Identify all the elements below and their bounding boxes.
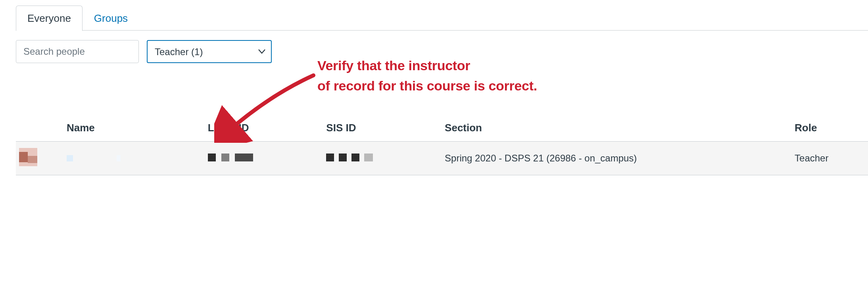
search-input[interactable] bbox=[16, 40, 139, 63]
tabs: Everyone Groups bbox=[16, 6, 852, 31]
cell-avatar bbox=[16, 142, 67, 175]
redacted-name bbox=[67, 155, 121, 161]
cell-login-id bbox=[208, 142, 326, 175]
avatar bbox=[19, 148, 37, 166]
cell-name bbox=[67, 142, 208, 175]
people-table: Name Login ID SIS ID Section Role Spring… bbox=[16, 115, 868, 175]
tab-everyone[interactable]: Everyone bbox=[16, 6, 83, 31]
annotation-line-1: Verify that the instructor bbox=[317, 56, 537, 76]
annotation-line-2: of record for this course is correct. bbox=[317, 76, 537, 96]
cell-sis-id bbox=[326, 142, 445, 175]
col-name-header: Name bbox=[67, 115, 208, 142]
redacted-sis bbox=[326, 154, 373, 161]
tabs-container: Everyone Groups bbox=[16, 6, 852, 31]
col-avatar-header bbox=[16, 115, 67, 142]
table-row[interactable]: Spring 2020 - DSPS 21 (26986 - on_campus… bbox=[16, 142, 868, 175]
tab-groups[interactable]: Groups bbox=[83, 6, 139, 31]
role-filter[interactable]: Teacher (1) bbox=[147, 40, 272, 63]
redacted-login bbox=[208, 154, 253, 161]
col-role-header: Role bbox=[795, 115, 868, 142]
cell-section: Spring 2020 - DSPS 21 (26986 - on_campus… bbox=[445, 142, 795, 175]
col-login-header: Login ID bbox=[208, 115, 326, 142]
role-select[interactable]: Teacher (1) bbox=[147, 40, 272, 63]
cell-role: Teacher bbox=[795, 142, 868, 175]
col-sis-header: SIS ID bbox=[326, 115, 445, 142]
annotation-text: Verify that the instructor of record for… bbox=[317, 56, 537, 96]
table-header: Name Login ID SIS ID Section Role bbox=[16, 115, 868, 142]
col-section-header: Section bbox=[445, 115, 795, 142]
